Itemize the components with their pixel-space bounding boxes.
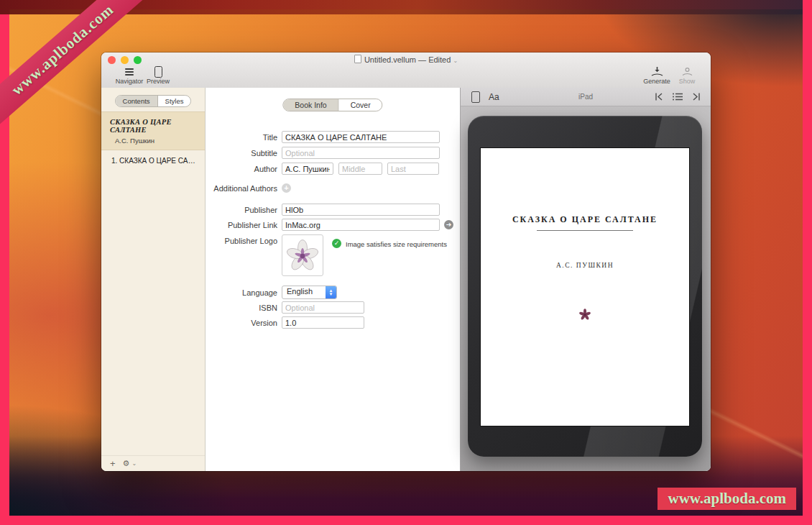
additional-authors-label: Additional Authors: [206, 184, 277, 193]
title-input[interactable]: [282, 131, 440, 143]
book-info-panel: Book Info Cover Title Subtitle Author Ad…: [206, 88, 460, 471]
tab-cover[interactable]: Cover: [338, 99, 382, 111]
gear-chevron-icon: ⌄: [132, 460, 137, 467]
page-book-title: СКАЗКА О ЦАРЕ САЛТАНЕ: [481, 214, 689, 225]
author-last-input[interactable]: [387, 163, 439, 175]
page-flower-ornament: [481, 309, 689, 323]
sidebar-book-author: А.С. Пушкин: [110, 137, 199, 145]
add-author-button[interactable]: +: [282, 183, 291, 193]
author-label: Author: [206, 165, 277, 173]
language-value: English: [282, 286, 326, 298]
tab-styles[interactable]: Styles: [157, 96, 191, 106]
publisher-label: Publisher: [206, 206, 277, 214]
publisher-link-label: Publisher Link: [206, 221, 277, 229]
page-book-author: А.С. ПУШКИН: [481, 262, 689, 269]
sidebar-book-item[interactable]: СКАЗКА О ЦАРЕ САЛТАНЕ А.С. Пушкин: [101, 111, 205, 150]
window-header: Untitled.vellum — Edited ⌄ Navigator Pre…: [101, 52, 711, 88]
author-first-input[interactable]: [282, 163, 333, 175]
stepper-icon: ▲▼: [326, 286, 336, 298]
navigator-icon: [125, 68, 134, 76]
title-label: Title: [206, 133, 277, 142]
chapter-list-icon[interactable]: [673, 93, 683, 101]
sidebar-book-title: СКАЗКА О ЦАРЕ САЛТАНЕ: [110, 118, 199, 134]
version-label: Version: [206, 319, 277, 327]
isbn-label: ISBN: [206, 303, 277, 312]
language-select[interactable]: English ▲▼: [282, 286, 337, 299]
check-icon: ✓: [332, 239, 341, 248]
add-chapter-button[interactable]: +: [110, 458, 116, 469]
show-icon: [668, 66, 706, 78]
publisher-logo-well[interactable]: [282, 234, 323, 276]
title-rule: [537, 230, 633, 231]
show-button[interactable]: Show: [668, 66, 706, 85]
publisher-input[interactable]: [282, 204, 440, 216]
go-to-start-icon[interactable]: [655, 93, 664, 101]
document-icon: [354, 55, 361, 63]
language-label: Language: [206, 288, 277, 297]
tab-book-info[interactable]: Book Info: [283, 99, 338, 111]
publisher-logo-label: Publisher Logo: [206, 237, 277, 245]
preview-device-icon: [154, 66, 162, 78]
preview-button[interactable]: Preview: [139, 66, 177, 85]
open-link-icon[interactable]: ➔: [444, 220, 453, 229]
form-tabs: Book Info Cover: [282, 99, 382, 111]
preview-panel: Aa iPad: [460, 88, 711, 471]
tab-contents[interactable]: Contents: [116, 96, 157, 106]
subtitle-label: Subtitle: [206, 149, 277, 158]
toolbar: Navigator Preview Generate: [101, 65, 711, 88]
watermark-box: www.aplboda.com: [658, 488, 796, 510]
publisher-link-input[interactable]: [282, 219, 440, 231]
preview-toolbar: Aa iPad: [461, 88, 711, 106]
isbn-input[interactable]: [282, 301, 364, 314]
logo-status-text: Image satisfies size requirements: [346, 240, 447, 248]
vellum-app-window: Untitled.vellum — Edited ⌄ Navigator Pre…: [101, 52, 711, 471]
sidebar-chapter-item[interactable]: 1. СКАЗКА О ЦАРЕ САЛТА…: [101, 150, 205, 170]
subtitle-input[interactable]: [282, 147, 440, 159]
sidebar-tabs: Contents Styles: [115, 95, 192, 107]
go-to-end-icon[interactable]: [691, 93, 701, 101]
book-preview-page[interactable]: СКАЗКА О ЦАРЕ САЛТАНЕ А.С. ПУШКИН: [481, 148, 689, 426]
window-title: Untitled.vellum — Edited ⌄: [101, 55, 711, 64]
titlebar[interactable]: Untitled.vellum — Edited ⌄: [101, 52, 711, 65]
publisher-logo-flower: [287, 239, 318, 271]
version-input[interactable]: [282, 316, 364, 329]
author-middle-input[interactable]: [338, 163, 382, 175]
contents-sidebar: Contents Styles СКАЗКА О ЦАРЕ САЛТАНЕ А.…: [101, 88, 206, 471]
ipad-device-frame: СКАЗКА О ЦАРЕ САЛТАНЕ А.С. ПУШКИН: [468, 116, 702, 457]
title-chevron-icon[interactable]: ⌄: [453, 58, 458, 64]
sidebar-footer: + ⚙ ⌄: [101, 455, 205, 471]
gear-icon[interactable]: ⚙: [123, 459, 130, 468]
